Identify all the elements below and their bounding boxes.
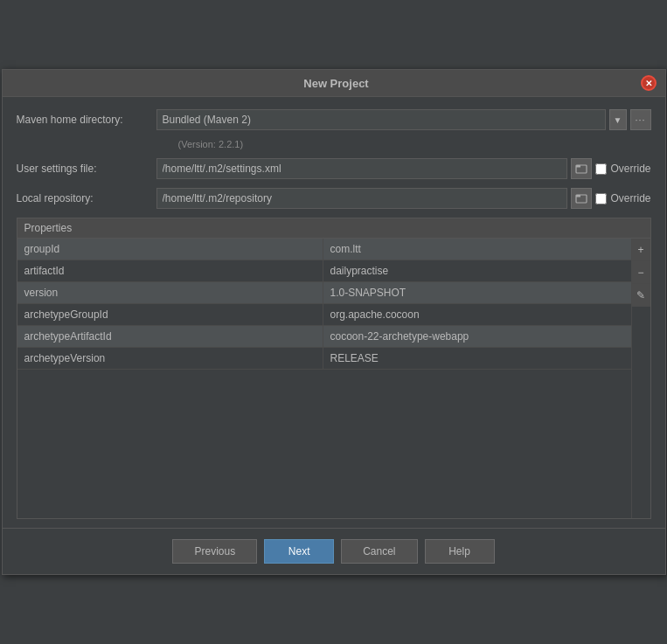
svg-rect-3: [576, 195, 580, 197]
user-settings-override-checkbox[interactable]: [595, 163, 607, 175]
prop-key-archetype-version: archetypeVersion: [17, 348, 323, 369]
properties-remove-button[interactable]: −: [632, 261, 650, 284]
next-button[interactable]: Next: [264, 539, 334, 564]
prop-value-archetype-artifactid: cocoon-22-archetype-webapp: [323, 326, 631, 347]
local-repo-label: Local repository:: [17, 192, 156, 204]
prop-key-artifactid: artifactId: [17, 260, 323, 281]
user-settings-row: User settings file: Override: [17, 158, 651, 179]
local-repo-input-group: Override: [156, 188, 651, 209]
user-settings-override-group: Override: [595, 163, 650, 175]
local-repo-field[interactable]: [156, 188, 568, 209]
properties-add-button[interactable]: +: [632, 239, 650, 261]
properties-rows: groupId com.ltt artifactId dailypractise…: [17, 239, 631, 518]
properties-header: Properties: [17, 218, 650, 239]
maven-home-row: Maven home directory: ▼ ···: [17, 109, 651, 130]
table-row: version 1.0-SNAPSHOT: [17, 282, 631, 304]
prop-value-version: 1.0-SNAPSHOT: [323, 282, 631, 303]
dialog-content: Maven home directory: ▼ ··· (Version: 2.…: [3, 97, 665, 528]
properties-section: Properties groupId com.ltt artifactId da…: [17, 218, 651, 519]
properties-body: groupId com.ltt artifactId dailypractise…: [17, 239, 650, 518]
properties-action-buttons: + − ✎: [631, 239, 650, 518]
close-button[interactable]: ✕: [641, 75, 657, 91]
local-repo-override-label: Override: [610, 192, 650, 204]
prop-key-archetype-artifactid: archetypeArtifactId: [17, 326, 323, 347]
user-settings-input-group: Override: [156, 158, 651, 179]
prop-key-archetype-groupid: archetypeGroupId: [17, 304, 323, 325]
prop-key-groupid: groupId: [17, 239, 323, 260]
prop-value-archetype-groupid: org.apache.cocoon: [323, 304, 631, 325]
prop-value-groupid: com.ltt: [323, 239, 631, 260]
footer: Previous Next Cancel Help: [3, 528, 665, 574]
maven-home-label: Maven home directory:: [17, 114, 156, 126]
maven-home-input-group: ▼ ···: [156, 109, 651, 130]
dialog: New Project ✕ Maven home directory: ▼ ··…: [2, 69, 666, 575]
maven-version-text: (Version: 2.2.1): [178, 139, 651, 149]
local-repo-browse-button[interactable]: [571, 188, 592, 209]
help-button[interactable]: Help: [425, 539, 495, 564]
title-bar: New Project ✕: [3, 70, 665, 97]
user-settings-browse-button[interactable]: [571, 158, 592, 179]
table-row: artifactId dailypractise: [17, 260, 631, 282]
maven-home-field[interactable]: [156, 109, 606, 130]
user-settings-field[interactable]: [156, 158, 568, 179]
user-settings-override-label: Override: [610, 163, 650, 175]
table-row: groupId com.ltt: [17, 239, 631, 260]
local-repo-override-group: Override: [595, 192, 650, 204]
svg-rect-1: [576, 165, 580, 168]
prop-value-archetype-version: RELEASE: [323, 348, 631, 369]
maven-home-dropdown-button[interactable]: ▼: [609, 109, 627, 130]
properties-empty-space: [17, 370, 631, 518]
properties-edit-button[interactable]: ✎: [632, 284, 650, 307]
maven-home-ellipsis-button[interactable]: ···: [630, 109, 651, 130]
prop-key-version: version: [17, 282, 323, 303]
dialog-title: New Project: [32, 77, 641, 90]
local-repo-override-checkbox[interactable]: [595, 193, 607, 204]
cancel-button[interactable]: Cancel: [341, 539, 417, 564]
user-settings-label: User settings file:: [17, 163, 156, 175]
prop-value-artifactid: dailypractise: [323, 260, 631, 281]
table-row: archetypeGroupId org.apache.cocoon: [17, 304, 631, 326]
table-row: archetypeVersion RELEASE: [17, 348, 631, 370]
previous-button[interactable]: Previous: [172, 539, 257, 564]
local-repo-row: Local repository: Override: [17, 188, 651, 209]
table-row: archetypeArtifactId cocoon-22-archetype-…: [17, 326, 631, 348]
